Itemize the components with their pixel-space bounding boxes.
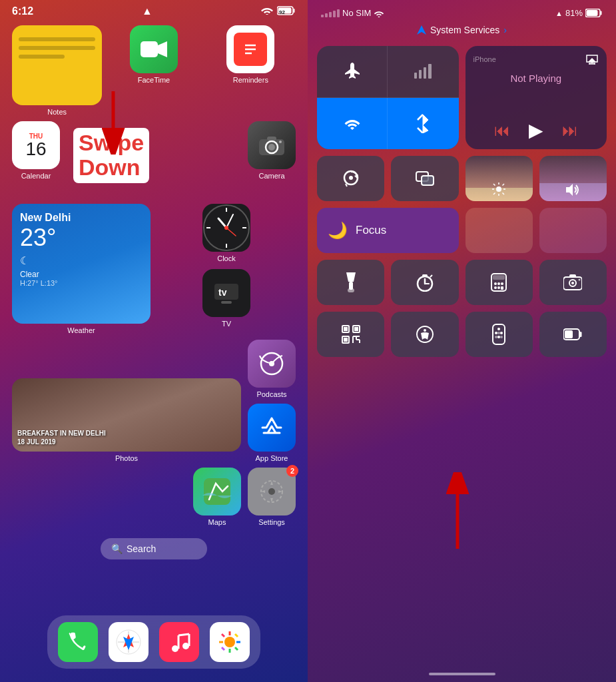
podcasts-app[interactable]: Podcasts: [248, 340, 296, 398]
control-center: iPhone Not Playing ⏮ ▶ ⏭: [308, 42, 616, 361]
volume-icon: [565, 184, 580, 196]
svg-rect-58: [424, 67, 426, 79]
search-icon: 🔍: [111, 543, 123, 554]
svg-rect-26: [221, 301, 232, 304]
calculator-button[interactable]: [465, 260, 533, 305]
bluetooth-button[interactable]: [388, 98, 458, 150]
cellular-button[interactable]: [388, 46, 458, 98]
timer-button[interactable]: [391, 260, 458, 305]
media-play-button[interactable]: ▶: [529, 119, 543, 141]
svg-marker-55: [417, 25, 426, 35]
notes-widget[interactable]: [12, 25, 102, 105]
svg-point-111: [424, 329, 426, 332]
svg-point-91: [494, 286, 497, 289]
search-bar[interactable]: 🔍 Search: [101, 538, 207, 559]
svg-point-90: [501, 282, 503, 285]
svg-point-89: [497, 282, 500, 285]
photos-widget[interactable]: BREAKFAST IN NEW DELHI 18 JUL 2019 Photo…: [12, 378, 241, 462]
weather-temp: 23°: [20, 224, 143, 252]
dock-gallery[interactable]: [210, 622, 250, 662]
svg-point-24: [224, 226, 228, 230]
svg-line-85: [430, 275, 432, 277]
maps-icon: [193, 468, 241, 515]
svg-rect-57: [419, 70, 422, 79]
svg-rect-84: [422, 274, 428, 276]
media-prev-button[interactable]: ⏮: [494, 121, 510, 140]
row-2-controls: [317, 156, 607, 201]
weather-widget[interactable]: New Delhi 23° ☾ Clear H:27° L:13° Weathe…: [12, 204, 151, 334]
svg-line-75: [503, 184, 505, 186]
settings-app[interactable]: 2 Settings: [248, 468, 296, 526]
battery-area-right: ▲ 81%: [555, 8, 603, 18]
svg-point-115: [495, 332, 497, 334]
wifi-right-icon: [374, 9, 384, 17]
svg-rect-56: [414, 73, 417, 79]
svg-point-96: [571, 282, 574, 284]
podcasts-icon: [248, 340, 296, 388]
brightness-icon: [492, 182, 505, 196]
app-row-1: Notes FaceTime Reminders: [0, 20, 308, 121]
battery-widget-icon: [563, 328, 582, 341]
airplay-icon[interactable]: [585, 54, 599, 65]
dock-safari[interactable]: [109, 622, 149, 662]
camera-app[interactable]: Camera: [248, 121, 296, 180]
camera-label: Camera: [258, 172, 284, 180]
brightness-col-2: [465, 208, 533, 253]
qr-scanner-button[interactable]: [317, 312, 384, 357]
calendar-label: Calendar: [21, 172, 51, 180]
widget-row: New Delhi 23° ☾ Clear H:27° L:13° Weathe…: [0, 204, 308, 334]
appstore-app[interactable]: App Store: [248, 404, 296, 462]
svg-point-88: [494, 282, 497, 285]
svg-line-74: [503, 193, 505, 195]
wifi-toggle-button[interactable]: [317, 98, 388, 150]
clock-app[interactable]: Clock: [157, 204, 296, 262]
dock-phone[interactable]: [58, 622, 98, 662]
maps-label: Maps: [208, 518, 226, 526]
maps-app[interactable]: Maps: [193, 468, 241, 526]
svg-line-48: [222, 634, 224, 637]
calendar-app[interactable]: THU 16 Calendar: [12, 121, 60, 180]
flashlight-button[interactable]: [317, 260, 384, 305]
airplane-mode-button[interactable]: [317, 46, 388, 98]
svg-rect-53: [601, 11, 602, 15]
svg-point-117: [497, 332, 500, 334]
calendar-icon: THU 16: [12, 121, 60, 169]
camera-cc-button[interactable]: [539, 260, 607, 305]
camera-icon: [248, 121, 296, 169]
svg-rect-59: [428, 64, 432, 79]
svg-rect-87: [493, 275, 505, 280]
orientation-lock-button[interactable]: [317, 156, 384, 201]
battery-widget-button[interactable]: [539, 312, 607, 357]
svg-point-98: [579, 279, 581, 281]
brightness-control[interactable]: [465, 156, 533, 201]
dock-music[interactable]: [159, 622, 199, 662]
wifi-icon: [261, 6, 273, 17]
appletv-app[interactable]: tv TV: [157, 269, 296, 328]
focus-button[interactable]: 🌙 Focus: [317, 208, 459, 253]
svg-point-114: [497, 328, 500, 330]
svg-marker-79: [346, 272, 356, 282]
media-next-button[interactable]: ⏭: [562, 121, 578, 140]
connectivity-block: [317, 46, 459, 149]
camera-cc-icon: [563, 274, 582, 290]
photos-label: Photos: [12, 454, 241, 462]
volume-control[interactable]: [539, 156, 607, 201]
screen-mirror-button[interactable]: [391, 156, 458, 201]
system-services-bar[interactable]: System Services ›: [308, 22, 616, 42]
svg-rect-104: [344, 338, 348, 342]
row-4-controls: [317, 260, 607, 305]
home-indicator[interactable]: [429, 673, 495, 675]
down-arrow: [93, 88, 133, 155]
reminders-app[interactable]: Reminders: [206, 25, 296, 116]
svg-rect-93: [501, 286, 503, 290]
accessibility-button[interactable]: [391, 312, 458, 357]
dock: [47, 615, 260, 669]
clock-svg: [202, 204, 250, 252]
remote-button[interactable]: [465, 312, 533, 357]
weather-label: Weather: [12, 326, 151, 334]
signal-dot-5: [337, 9, 340, 17]
svg-line-49: [235, 647, 238, 650]
search-label: Search: [127, 543, 156, 554]
screen-mirror-icon: [416, 171, 434, 186]
location-right-icon: ▲: [555, 9, 563, 17]
